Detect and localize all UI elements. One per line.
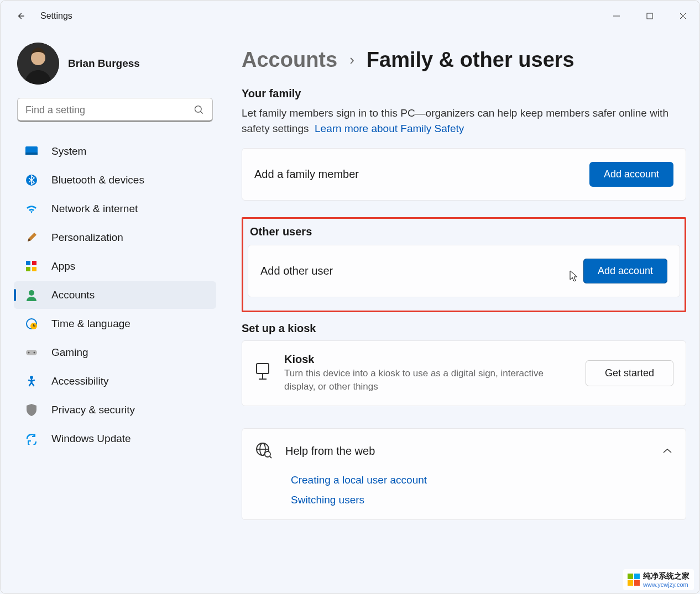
kiosk-heading: Set up a kiosk [242, 322, 686, 335]
gamepad-icon [25, 346, 38, 359]
other-users-heading: Other users [250, 225, 680, 238]
svg-rect-14 [32, 267, 36, 271]
arrow-left-icon [15, 10, 26, 22]
kiosk-card: Kiosk Turn this device into a kiosk to u… [242, 340, 686, 406]
sidebar-item-windows-update[interactable]: Windows Update [14, 425, 216, 453]
sidebar-item-bluetooth[interactable]: Bluetooth & devices [14, 166, 216, 194]
update-icon [25, 432, 38, 445]
kiosk-title: Kiosk [284, 353, 572, 366]
sidebar-item-label: Windows Update [51, 433, 131, 445]
help-link-create-local-account[interactable]: Creating a local user account [291, 474, 672, 486]
sidebar-item-system[interactable]: System [14, 138, 216, 165]
svg-point-28 [265, 451, 270, 457]
search-icon [194, 104, 205, 115]
sidebar-item-privacy[interactable]: Privacy & security [14, 396, 216, 424]
sidebar-item-label: Personalization [51, 232, 123, 244]
wifi-icon [25, 202, 38, 215]
shield-icon [25, 403, 38, 417]
add-family-member-label: Add a family member [254, 168, 359, 181]
sidebar-item-label: Privacy & security [51, 404, 135, 416]
clock-globe-icon [25, 317, 38, 330]
sidebar-item-gaming[interactable]: Gaming [14, 339, 216, 366]
user-name: Brian Burgess [68, 57, 140, 70]
family-description: Let family members sign in to this PC—or… [242, 106, 686, 136]
avatar [17, 43, 59, 85]
help-link-switching-users[interactable]: Switching users [291, 494, 672, 506]
kiosk-icon [254, 362, 271, 383]
watermark: 纯净系统之家 www.ycwjzy.com [623, 569, 694, 590]
family-safety-link[interactable]: Learn more about Family Safety [315, 123, 464, 134]
help-title: Help from the web [285, 445, 649, 458]
sidebar-item-label: Gaming [51, 346, 88, 359]
add-family-member-card: Add a family member Add account [242, 148, 686, 201]
other-users-highlighted: Other users Add other user Add account [242, 217, 686, 312]
sidebar-item-accounts[interactable]: Accounts [14, 281, 216, 309]
search-box[interactable] [17, 98, 213, 122]
user-block[interactable]: Brian Burgess [17, 43, 216, 85]
svg-rect-18 [26, 350, 37, 355]
app-title: Settings [40, 11, 72, 21]
minimize-icon [613, 12, 620, 20]
sidebar-item-label: Bluetooth & devices [51, 174, 144, 186]
maximize-button[interactable] [633, 3, 666, 29]
chevron-right-icon: › [349, 51, 354, 69]
globe-search-icon [255, 442, 272, 461]
sidebar-item-label: Accessibility [51, 375, 108, 387]
bluetooth-icon [25, 174, 38, 187]
watermark-logo-icon [628, 574, 640, 586]
svg-point-20 [34, 352, 35, 354]
accessibility-icon [25, 375, 38, 388]
apps-icon [25, 260, 38, 273]
sidebar-item-time-language[interactable]: Time & language [14, 310, 216, 338]
cursor-icon [569, 270, 579, 283]
svg-rect-1 [647, 13, 652, 19]
sidebar-item-label: Accounts [51, 289, 95, 301]
sidebar-item-apps[interactable]: Apps [14, 253, 216, 280]
sidebar-item-label: Apps [51, 260, 75, 272]
watermark-name: 纯净系统之家 [643, 571, 689, 580]
svg-rect-11 [26, 261, 30, 265]
add-other-user-button[interactable]: Add account [583, 259, 667, 283]
sidebar-item-label: Time & language [51, 318, 130, 330]
minimize-button[interactable] [600, 3, 633, 29]
watermark-url: www.ycwjzy.com [643, 581, 689, 588]
sidebar-item-network[interactable]: Network & internet [14, 195, 216, 223]
svg-line-7 [201, 112, 203, 114]
add-family-account-button[interactable]: Add account [589, 162, 673, 187]
add-other-user-card: Add other user Add account [248, 245, 680, 297]
kiosk-description: Turn this device into a kiosk to use as … [284, 367, 572, 393]
person-icon [25, 288, 38, 302]
chevron-up-icon [662, 446, 672, 456]
svg-point-6 [195, 106, 202, 113]
maximize-icon [646, 12, 654, 20]
search-input[interactable] [25, 104, 194, 116]
breadcrumb-parent[interactable]: Accounts [242, 48, 337, 72]
help-card: Help from the web Creating a local user … [242, 428, 686, 520]
back-button[interactable] [11, 6, 30, 26]
svg-rect-9 [25, 153, 38, 155]
svg-rect-12 [32, 261, 36, 265]
svg-rect-22 [257, 364, 269, 374]
breadcrumb: Accounts › Family & other users [242, 48, 686, 72]
add-other-user-label: Add other user [260, 265, 333, 277]
sidebar-item-label: Network & internet [51, 203, 138, 215]
monitor-icon [25, 145, 38, 158]
svg-point-15 [29, 290, 34, 296]
sidebar-item-personalization[interactable]: Personalization [14, 224, 216, 251]
kiosk-get-started-button[interactable]: Get started [586, 360, 673, 386]
svg-point-19 [28, 352, 30, 354]
close-button[interactable] [666, 3, 699, 29]
sidebar-item-label: System [51, 145, 86, 157]
svg-rect-13 [26, 267, 30, 271]
close-icon [679, 12, 687, 20]
sidebar-item-accessibility[interactable]: Accessibility [14, 367, 216, 395]
page-title: Family & other users [367, 48, 574, 72]
svg-line-29 [270, 456, 271, 458]
brush-icon [25, 231, 38, 244]
your-family-heading: Your family [242, 87, 686, 100]
help-header[interactable]: Help from the web [242, 429, 686, 474]
